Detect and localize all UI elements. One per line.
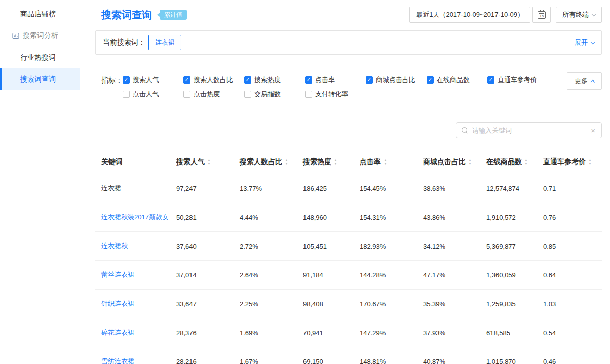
column-label: 关键词 bbox=[101, 157, 123, 167]
metric-checkbox-r1-2[interactable]: 搜索热度 bbox=[244, 73, 305, 87]
metric-checkbox-label: 点击热度 bbox=[194, 90, 220, 99]
sidebar-item-label: 搜索词查询 bbox=[20, 75, 56, 84]
sidebar-item-label: 搜索词分析 bbox=[23, 31, 58, 41]
metric-cell: 147.29% bbox=[354, 318, 417, 347]
table-header-row: 关键词搜索人气▲▼搜索人数占比▲▼搜索热度▲▼点击率▲▼商城点击占比▲▼在线商品… bbox=[95, 151, 602, 174]
keyword-cell[interactable]: 连衣裙秋 bbox=[95, 232, 170, 261]
checkbox-icon[interactable] bbox=[305, 76, 312, 84]
sort-icon[interactable]: ▲▼ bbox=[524, 159, 528, 165]
metric-cell: 1,910,572 bbox=[480, 203, 537, 232]
terminal-select[interactable]: 所有终端 bbox=[556, 7, 602, 23]
checkbox-icon[interactable] bbox=[244, 76, 251, 84]
main-content: 搜索词查询 累计值 最近1天（2017-10-09~2017-10-09） 15… bbox=[80, 0, 610, 364]
title-wrap: 搜索词查询 累计值 bbox=[101, 8, 187, 22]
metric-checkbox-r1-4[interactable]: 商城点击占比 bbox=[366, 73, 427, 87]
table-row: 连衣裙秋装2017新款女50,2814.44%148,960154.31%43.… bbox=[95, 203, 602, 232]
checkbox-icon[interactable] bbox=[487, 76, 494, 84]
sidebar-item-shop-rank[interactable]: 商品店铺榜 bbox=[0, 3, 80, 25]
metric-cell: 148.81% bbox=[354, 347, 417, 364]
sidebar-nav: 商品店铺榜 搜索词分析 行业 bbox=[0, 3, 80, 90]
sort-icon[interactable]: ▲▼ bbox=[285, 159, 288, 165]
table-body: 连衣裙97,24713.77%186,425154.45%38.63%12,57… bbox=[95, 174, 602, 364]
sort-icon[interactable]: ▲▼ bbox=[334, 159, 337, 165]
metrics-label: 指标： bbox=[101, 76, 123, 85]
keyword-cell[interactable]: 针织连衣裙 bbox=[95, 290, 170, 318]
column-label: 直通车参考价 bbox=[543, 157, 586, 167]
column-header[interactable]: 搜索人气▲▼ bbox=[170, 151, 234, 174]
metric-cell: 69,150 bbox=[297, 347, 354, 364]
sidebar-item-search-analysis[interactable]: 搜索词分析 bbox=[0, 25, 80, 47]
column-header[interactable]: 搜索人数占比▲▼ bbox=[234, 151, 297, 174]
column-label: 搜索人气 bbox=[176, 157, 205, 167]
metric-checkbox-r1-0[interactable]: 搜索人气 bbox=[123, 73, 183, 87]
keyword-cell[interactable]: 蕾丝连衣裙 bbox=[95, 261, 170, 290]
checkbox-icon[interactable] bbox=[123, 76, 130, 84]
more-button[interactable]: 更多 bbox=[567, 72, 602, 90]
clear-icon[interactable]: × bbox=[590, 127, 596, 134]
metric-checkbox-r2-0[interactable]: 点击人气 bbox=[123, 88, 183, 101]
metric-cell: 2.72% bbox=[234, 232, 297, 261]
calendar-button[interactable]: 15 bbox=[532, 7, 551, 23]
section-divider bbox=[80, 65, 610, 65]
metric-checkbox-r2-3[interactable]: 支付转化率 bbox=[305, 88, 366, 101]
checkbox-icon[interactable] bbox=[244, 91, 251, 98]
metric-cell: 28,216 bbox=[170, 347, 234, 364]
column-header[interactable]: 在线商品数▲▼ bbox=[480, 151, 537, 174]
sort-icon[interactable]: ▲▼ bbox=[468, 159, 472, 165]
current-term-tag[interactable]: 连衣裙 bbox=[148, 35, 181, 50]
metric-checkbox-r1-6[interactable]: 直通车参考价 bbox=[487, 73, 548, 87]
metric-checkbox-r2-1[interactable]: 点击热度 bbox=[183, 88, 244, 101]
keyword-cell: 连衣裙 bbox=[95, 174, 170, 203]
metric-checkbox-label: 搜索热度 bbox=[254, 75, 281, 85]
metric-checkbox-r2-2[interactable]: 交易指数 bbox=[244, 88, 305, 101]
metric-cell: 154.31% bbox=[354, 203, 417, 232]
checkbox-icon[interactable] bbox=[366, 76, 373, 84]
search-icon bbox=[462, 127, 468, 134]
keyword-search-input[interactable] bbox=[472, 127, 590, 134]
checkbox-icon[interactable] bbox=[183, 91, 190, 98]
table-row: 蕾丝连衣裙37,0142.64%91,184144.28%47.17%1,360… bbox=[95, 261, 602, 290]
metric-cell: 37,640 bbox=[170, 232, 234, 261]
metric-cell: 4.44% bbox=[234, 203, 297, 232]
column-header[interactable]: 直通车参考价▲▼ bbox=[537, 151, 602, 174]
keyword-cell[interactable]: 碎花连衣裙 bbox=[95, 318, 170, 347]
metric-cell: 37.93% bbox=[417, 318, 480, 347]
keyword-cell[interactable]: 雪纺连衣裙 bbox=[95, 347, 170, 364]
topbar: 搜索词查询 累计值 最近1天（2017-10-09~2017-10-09） 15… bbox=[95, 0, 602, 29]
column-header[interactable]: 商城点击占比▲▼ bbox=[417, 151, 480, 174]
expand-label: 展开 bbox=[575, 38, 588, 47]
metric-cell: 154.45% bbox=[354, 174, 417, 203]
metric-cell: 38.63% bbox=[417, 174, 480, 203]
sort-icon[interactable]: ▲▼ bbox=[384, 159, 387, 165]
sidebar-item-label: 商品店铺榜 bbox=[20, 10, 56, 19]
metric-cell: 170.67% bbox=[354, 290, 417, 318]
sort-icon[interactable]: ▲▼ bbox=[588, 159, 592, 165]
metric-cell: 28,376 bbox=[170, 318, 234, 347]
metric-checkbox-label: 点击人气 bbox=[133, 90, 159, 99]
metric-checkbox-r1-1[interactable]: 搜索人数占比 bbox=[183, 73, 244, 87]
column-label: 搜索热度 bbox=[303, 157, 331, 167]
chevron-up-icon bbox=[591, 79, 595, 84]
checkbox-icon[interactable] bbox=[427, 76, 434, 84]
expand-toggle[interactable]: 展开 bbox=[575, 38, 594, 47]
date-range-picker[interactable]: 最近1天（2017-10-09~2017-10-09） bbox=[409, 7, 530, 23]
checkbox-icon[interactable] bbox=[123, 91, 130, 98]
column-header[interactable]: 点击率▲▼ bbox=[354, 151, 417, 174]
metric-cell: 0.76 bbox=[537, 203, 602, 232]
sort-icon[interactable]: ▲▼ bbox=[207, 159, 211, 165]
metric-cell: 1.69% bbox=[234, 318, 297, 347]
checkbox-icon[interactable] bbox=[183, 76, 190, 84]
metric-cell: 105,451 bbox=[297, 232, 354, 261]
metric-cell: 40.87% bbox=[417, 347, 480, 364]
sidebar-item-industry-hot-words[interactable]: 行业热搜词 bbox=[0, 47, 80, 68]
metric-checkbox-label: 商城点击占比 bbox=[376, 75, 415, 85]
checkbox-icon[interactable] bbox=[305, 91, 312, 98]
table-row: 连衣裙97,24713.77%186,425154.45%38.63%12,57… bbox=[95, 174, 602, 203]
keyword-cell[interactable]: 连衣裙秋装2017新款女 bbox=[95, 203, 170, 232]
column-header[interactable]: 搜索热度▲▼ bbox=[297, 151, 354, 174]
app-root: 商品店铺榜 搜索词分析 行业 bbox=[0, 0, 610, 364]
column-header: 关键词 bbox=[95, 151, 170, 174]
sidebar-item-search-query[interactable]: 搜索词查询 bbox=[0, 68, 80, 90]
metric-checkbox-r1-5[interactable]: 在线商品数 bbox=[427, 73, 487, 87]
metric-checkbox-r1-3[interactable]: 点击率 bbox=[305, 73, 366, 87]
